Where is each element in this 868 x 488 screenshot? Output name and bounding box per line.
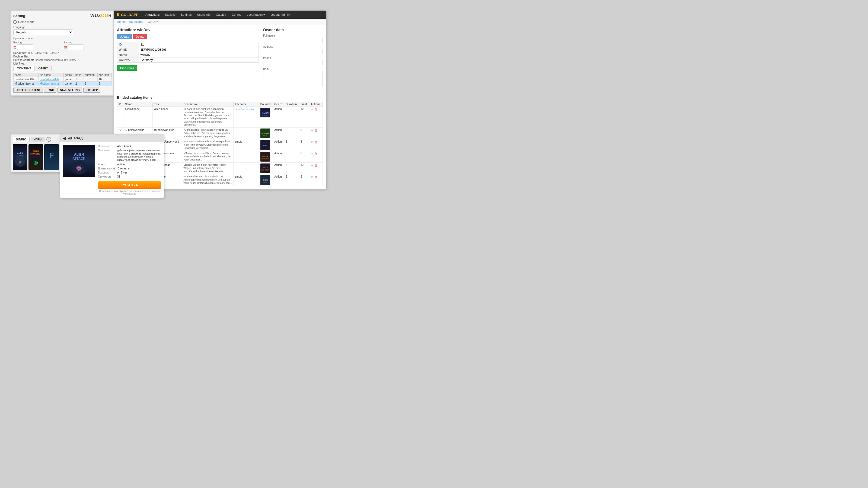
row-filename[interactable]: MissionIntercrus: [38, 82, 63, 86]
goldapp-logo-text: GOLDAPP: [121, 13, 138, 17]
row-genre: Action: [273, 139, 284, 151]
tab-games[interactable]: ИГРЫ: [31, 137, 45, 142]
nav-usersinfo[interactable]: Users info: [194, 10, 214, 19]
delete-button[interactable]: Delete: [133, 34, 147, 39]
nav-attractions[interactable]: Attractions: [143, 10, 162, 19]
game-thumb-alien[interactable]: ALIEN ATTACK 👾: [13, 144, 27, 170]
update-content-button[interactable]: UPDATE CONTENT: [13, 88, 43, 93]
nav-statistic[interactable]: Statistic: [162, 10, 178, 19]
buy-button[interactable]: КУПИТЬ ▶: [98, 182, 161, 189]
owner-fullname-input[interactable]: [263, 38, 323, 43]
col-filename[interactable]: file name: [38, 73, 63, 77]
nav-settings[interactable]: Settings: [178, 10, 194, 19]
row-price: 2: [74, 82, 84, 86]
table-row[interactable]: BundishvanHills BundishvanHills game 15 …: [13, 77, 112, 82]
row-duration: 3: [284, 163, 299, 174]
sync-button[interactable]: SYNC: [44, 88, 56, 93]
save-setting-button[interactable]: SAVE SETTING: [58, 88, 82, 93]
tab-video[interactable]: ВИДЕО: [13, 137, 30, 142]
delete-icon[interactable]: 🗑: [314, 175, 318, 179]
breadcrumb-sep1: /: [126, 20, 128, 23]
game-thumb-road[interactable]: ROAD MONSTER 🐉: [29, 144, 43, 170]
col-name[interactable]: name ↑: [13, 73, 38, 77]
th-genre: Genre: [273, 102, 284, 107]
col-price[interactable]: price: [74, 73, 84, 77]
owner-phone-label: Phone: [263, 56, 323, 59]
th-id: ID: [117, 102, 123, 107]
owner-phone-input[interactable]: [263, 60, 323, 65]
viewer-tabs: ВИДЕО ИГРЫ i: [13, 137, 61, 142]
breadcrumb-sep2: /: [145, 20, 147, 23]
row-genre: Action: [273, 174, 284, 186]
detail-panel: ◀ ◀ НАЗАД ALIEN ATTACK 👾: [60, 134, 164, 198]
breadcrumb-attractions[interactable]: Attractions: [129, 20, 143, 23]
back-label[interactable]: ◀ НАЗАД: [68, 136, 83, 140]
exit-app-button[interactable]: EXIT APP: [83, 88, 100, 93]
nav-genres[interactable]: Genres: [229, 10, 244, 19]
row-filename: [234, 163, 259, 174]
delete-icon[interactable]: 🗑: [314, 152, 318, 156]
detail-image: ALIEN ATTACK 👾: [63, 145, 95, 177]
bind-items-button[interactable]: Bind items: [117, 65, 137, 71]
row-limit: 8: [299, 174, 309, 186]
nav-localization[interactable]: Localization ▾: [244, 10, 268, 19]
bottom-buttons: UPDATE CONTENT SYNC SAVE SETTING EXIT AP…: [13, 88, 112, 93]
owner-bank-field: Bank: [263, 67, 323, 88]
row-name: BundishvanHills: [13, 77, 38, 82]
detail-content: ALIEN ATTACK 👾 Название: Alien Attack Оп…: [60, 142, 164, 198]
owner-section: Owner data Full name Address Phone Bank: [263, 28, 323, 90]
row-desc: «Fantastic Underworld» ist eine Expediti…: [182, 139, 234, 151]
row-filename[interactable]: BundishvanHills: [38, 77, 63, 82]
nav-catalog[interactable]: Catalog: [213, 10, 229, 19]
breadcrumb: Home / Attractions / winDev: [114, 19, 326, 25]
row-duration: 2: [284, 128, 299, 139]
game-thumb-f[interactable]: F: [44, 144, 59, 170]
serial-win-row: Serial Win: B0N12345678901234567: [13, 52, 112, 55]
edit-icon[interactable]: ✏: [311, 140, 313, 144]
detail-duration-value: 3 минуты: [118, 167, 130, 170]
owner-address-field: Address: [263, 45, 323, 54]
detail-name-row: Название: Alien Attack: [98, 145, 161, 148]
nav-logout[interactable]: Logout (admin): [268, 10, 293, 19]
goldapp-logo: ♛ GOLDAPP: [116, 12, 138, 17]
delete-icon[interactable]: 🗑: [314, 140, 318, 144]
svg-text:ATTACK: ATTACK: [16, 155, 24, 157]
svg-text:F: F: [49, 151, 54, 159]
col-agelimit[interactable]: age limit: [97, 73, 112, 77]
owner-address-input[interactable]: [263, 49, 323, 54]
col-genre[interactable]: genre: [63, 73, 74, 77]
racing-label: Racing: [13, 41, 62, 44]
breadcrumb-home[interactable]: Home: [117, 20, 125, 23]
table-row[interactable]: MissionIntercrus MissionIntercrus game 2…: [13, 82, 112, 86]
edit-icon[interactable]: ✏: [311, 129, 313, 132]
col-duration[interactable]: duration: [84, 73, 97, 77]
edit-icon[interactable]: ✏: [311, 108, 313, 111]
delete-icon[interactable]: 🗑: [314, 129, 318, 132]
row-agelimit: 16: [97, 77, 112, 82]
row-filename: https://wuzoor.de/...: [234, 107, 259, 128]
ending-input[interactable]: 22:00: [67, 44, 84, 50]
owner-bank-textarea[interactable]: [263, 71, 323, 87]
delete-icon[interactable]: 🗑: [314, 163, 318, 167]
language-select[interactable]: English: [13, 29, 73, 35]
info-val-winid: 1KWPH001JQ8293: [139, 47, 259, 52]
demo-mode-checkbox[interactable]: [13, 20, 17, 24]
delete-icon[interactable]: 🗑: [314, 108, 318, 111]
th-title: Title: [153, 102, 182, 107]
edit-icon[interactable]: ✏: [311, 152, 313, 156]
tab-otvet[interactable]: OT-IET: [35, 66, 51, 71]
row-title: Alien Attack: [153, 107, 182, 128]
edit-icon[interactable]: ✏: [311, 163, 313, 167]
row-filename: [234, 128, 259, 139]
detail-header: ◀ ◀ НАЗАД: [60, 134, 164, 142]
viewer-panel: ВИДЕО ИГРЫ i ALIEN ATTACK 👾: [10, 134, 63, 172]
racing-input[interactable]: 8:00: [17, 44, 33, 50]
svg-text:MONSTER: MONSTER: [261, 169, 270, 171]
update-button[interactable]: Update: [117, 34, 132, 39]
info-button[interactable]: i: [46, 137, 51, 142]
preview-img-bundish: BUNDISHHILLS: [260, 129, 270, 138]
detail-desc-value: Действие фильма разворачивается в наши д…: [117, 149, 161, 162]
serial-win-value: B0N12345678901234567: [28, 52, 59, 55]
tab-content[interactable]: CONTENT: [13, 66, 35, 71]
edit-icon[interactable]: ✏: [311, 175, 313, 179]
